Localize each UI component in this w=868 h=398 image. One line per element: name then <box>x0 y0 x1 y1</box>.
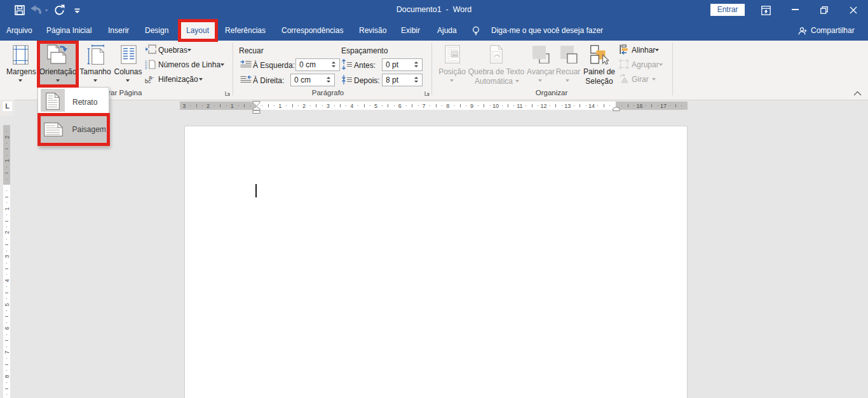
svg-text:3: 3 <box>145 66 147 69</box>
svg-text:bc: bc <box>145 78 151 84</box>
